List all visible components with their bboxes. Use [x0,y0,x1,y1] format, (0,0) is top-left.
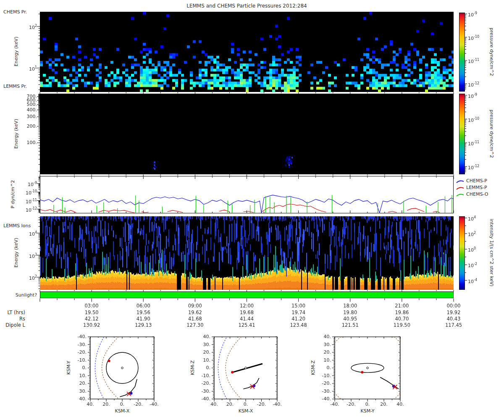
p3-ytick-label: 10-10 [17,189,37,196]
p4-ytick-label: 102 [19,274,37,281]
ephemeris-dipole: 117.45 [440,323,467,328]
ephemeris-lt: 19.86 [388,310,415,315]
colorbar-pressure-mid [459,94,465,174]
colorbar-tick-label: 100 [468,246,476,253]
p2-ytick-label: 500. [19,102,37,107]
ephemeris-dipole: 121.51 [337,323,364,328]
colorbar-label-pressure-top: pressure dyne/cm^2 [489,21,494,84]
ephemeris-rs: 40.70 [388,316,415,322]
ephemeris-lt: 19.68 [234,310,260,315]
orbit1-ylabel: KSM-Y [66,343,71,393]
colorbar-tick-label: 104 [468,215,476,222]
orbit-ytick-label: -40. [195,396,210,402]
p1-ytick-label: 101 [19,65,37,72]
colorbar-label-pressure-mid: pressure dyne/cm^2 [489,102,494,165]
p3-ytick-label: 10-12 [17,206,37,213]
orbit-ytick-label: 0. [316,365,331,370]
orbit-xtick-label: -20. [342,402,360,407]
panel-label-chems-pr: CHEMS Pr. [3,9,27,15]
p3-ytick-label: 10-11 [17,197,37,205]
figure-root: LEMMS and CHEMS Particle Pressures 2012:… [0,0,504,420]
orbit-ytick-label: 20. [195,349,210,355]
ephemeris-time: 18:00 [337,303,364,309]
figure-title: LEMMS and CHEMS Particle Pressures 2012:… [40,3,454,9]
orbit-ytick-label: -10. [316,373,331,378]
orbit-xtick-label: 40. [391,402,410,407]
ephemeris-dipole: 129.13 [130,323,157,328]
p2-ytick-label: 400. [19,107,37,113]
colorbar-tick-label: 10-9 [468,10,477,18]
lemms-pressure-spectrogram [40,94,454,174]
ephemeris-time: 09:00 [181,303,208,309]
colorbar-tick-label: 10-12 [468,163,479,171]
orbit-xtick-label: -40. [326,402,344,407]
orbit-ytick-label: 0. [71,365,87,370]
ylabel-lemms-ions: Energy (keV) [13,228,19,278]
orbit-ytick-label: -40. [71,334,87,339]
orbit-ytick-label: -30. [316,388,331,394]
ylabel-lemms-pr: Energy (keV) [13,109,19,159]
ephemeris-dipole: 119.50 [388,323,415,328]
p1-ytick-label: 102 [19,23,37,30]
orbit-ytick-label: -40. [316,396,331,402]
colorbar-tick-label: 10-10 [468,116,479,123]
orbit2-ylabel: KSM-Z [190,343,195,393]
ephemeris-dipole: 123.48 [285,323,312,328]
ephemeris-lt: 19.80 [337,310,364,315]
ephemeris-lt: 19.74 [285,310,312,315]
orbit2-xlabel: KSM-X [236,408,255,414]
colorbar-tick-label: 10-4 [468,277,477,284]
panel-label-lemms-pr: LEMMS Pr. [3,84,27,89]
orbit-ytick-label: 20. [71,381,87,386]
ephemeris-rs: 41.90 [130,316,157,322]
pressure-lineplot-panel [40,176,454,213]
orbit-ytick-label: 30. [195,342,210,347]
colorbar-tick-label: 10-12 [468,81,479,88]
ephemeris-time: 12:00 [234,303,260,309]
orbit-ytick-label: -10. [195,373,210,378]
ephemeris-time: 06:00 [130,303,157,309]
ephemeris-dipole: 127.30 [181,323,208,328]
ephemeris-time: 03:00 [78,303,105,309]
orbit-ytick-label: 10. [195,357,210,363]
ephemeris-lt: 19.62 [181,310,208,315]
orbit-ytick-label: -30. [195,388,210,394]
colorbar-tick-label: 10-2 [468,261,477,268]
ephemeris-dipole: 125.41 [234,323,260,328]
colorbar-pressure-top [459,13,465,92]
orbit-xtick-label: 0. [358,402,377,407]
sunlight-label: Sunlight? [8,292,37,298]
orbit3-ylabel: KSM-Z [310,343,316,393]
ephemeris-rs: 41.20 [285,316,312,322]
p2-ytick-label: 100. [19,140,37,145]
legend-label-chems-o: CHEMS-O [466,192,488,197]
orbit-ytick-label: -20. [71,349,87,355]
orbit-xtick-label: -40. [268,402,286,407]
p2-ytick-label: 300. [19,114,37,119]
orbit-ytick-label: 30. [71,388,87,394]
ephemeris-time: 00:00 [440,303,467,309]
lemms-ions-spectrogram [40,216,454,290]
p4-ytick-label: 104 [19,230,37,237]
ephemeris-rs: 41.68 [181,316,208,322]
row-label-lt: LT (hrs) [0,310,25,315]
orbit-xtick-label: 20. [375,402,393,407]
orbit-ytick-label: 40. [316,334,331,339]
ephemeris-time: 15:00 [285,303,312,309]
orbit-ytick-label: -30. [71,342,87,347]
colorbar-tick-label: 102 [468,230,476,237]
colorbar-label-intensity: intensity 1/(s cm^2 ster keV) [489,216,494,289]
orbit1-xlabel: KSM-X [113,408,131,414]
p4-ytick-label: 103 [19,252,37,259]
ephemeris-time: 21:00 [388,303,415,309]
p2-ytick-label: 200. [19,123,37,129]
orbit-ytick-label: 30. [316,342,331,347]
orbit3-xlabel: KSM-Y [358,408,377,414]
ephemeris-lt: 19.50 [78,310,105,315]
ephemeris-rs: 40.43 [440,316,467,322]
ephemeris-rs: 42.12 [78,316,105,322]
orbit-ytick-label: -10. [71,357,87,363]
legend-label-chems-p: CHEMS-P [466,178,487,184]
orbit-ytick-label: 40. [71,396,87,402]
ephemeris-rs: 41.44 [234,316,260,322]
